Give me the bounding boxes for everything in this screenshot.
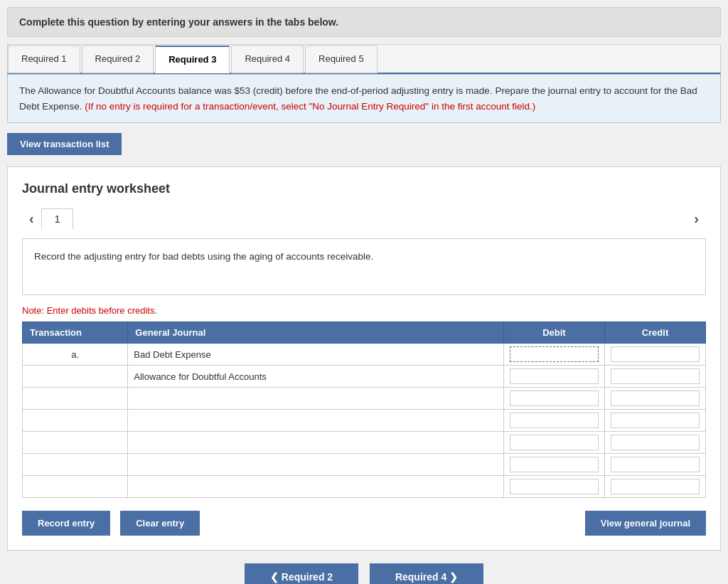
row7-debit-input[interactable] [510, 479, 599, 494]
table-row [23, 432, 706, 454]
row3-debit-input[interactable] [510, 391, 599, 406]
row5-journal-input[interactable] [134, 437, 498, 448]
right-btn-group: View general journal [585, 511, 706, 536]
row4-journal-input[interactable] [134, 415, 498, 426]
row4-journal[interactable] [128, 410, 504, 432]
row3-credit-input[interactable] [611, 391, 700, 406]
row2-credit-input[interactable] [611, 368, 700, 384]
row4-credit-cell[interactable] [604, 410, 705, 432]
row1-transaction: a. [23, 344, 128, 366]
journal-table: Transaction General Journal Debit Credit… [22, 322, 706, 498]
row3-transaction [23, 388, 128, 410]
row6-credit-cell[interactable] [604, 454, 705, 476]
table-row [23, 388, 706, 410]
next-page-arrow[interactable]: › [687, 208, 706, 230]
row2-debit-input[interactable] [510, 368, 599, 384]
row6-transaction [23, 454, 128, 476]
row5-transaction [23, 432, 128, 454]
tab-nav: ‹ 1 › [22, 208, 706, 230]
tabs-row: Required 1 Required 2 Required 3 Require… [7, 44, 721, 74]
next-required-button[interactable]: Required 4 ❯ [370, 563, 483, 584]
row6-journal[interactable] [128, 454, 504, 476]
table-row [23, 476, 706, 498]
current-page-tab: 1 [41, 208, 74, 229]
row4-transaction [23, 410, 128, 432]
tab-required3[interactable]: Required 3 [155, 46, 230, 73]
col-header-transaction: Transaction [23, 322, 128, 344]
tab-required2[interactable]: Required 2 [82, 46, 154, 73]
note-text: Note: Enter debits before credits. [22, 305, 706, 316]
row6-debit-cell[interactable] [503, 454, 604, 476]
row4-debit-input[interactable] [510, 413, 599, 428]
row7-journal-input[interactable] [134, 482, 498, 492]
row2-debit-cell[interactable] [503, 366, 604, 388]
table-row [23, 410, 706, 432]
row1-credit-input[interactable] [611, 346, 700, 362]
row5-debit-input[interactable] [510, 435, 599, 450]
col-header-debit: Debit [503, 322, 604, 344]
tab-required4[interactable]: Required 4 [231, 46, 304, 73]
row3-journal-input[interactable] [134, 393, 498, 404]
col-header-journal: General Journal [128, 322, 504, 344]
row7-transaction [23, 476, 128, 498]
row1-debit-input[interactable] [510, 346, 599, 362]
row1-credit-cell[interactable] [604, 344, 705, 366]
row6-credit-input[interactable] [611, 457, 700, 472]
row7-credit-input[interactable] [611, 479, 700, 494]
action-buttons: Record entry Clear entry View general jo… [22, 511, 706, 536]
row3-credit-cell[interactable] [604, 388, 705, 410]
prev-page-arrow[interactable]: ‹ [22, 208, 41, 230]
row7-credit-cell[interactable] [604, 476, 705, 498]
clear-entry-button[interactable]: Clear entry [120, 511, 200, 536]
description-box: The Allowance for Doubtful Accounts bala… [7, 74, 721, 123]
row2-transaction [23, 366, 128, 388]
row5-journal[interactable] [128, 432, 504, 454]
bottom-nav: ❮ Required 2 Required 4 ❯ [7, 563, 721, 584]
row6-journal-input[interactable] [134, 460, 498, 470]
row7-journal[interactable] [128, 476, 504, 498]
view-general-journal-button[interactable]: View general journal [585, 511, 706, 536]
row5-debit-cell[interactable] [503, 432, 604, 454]
row2-credit-cell[interactable] [604, 366, 705, 388]
row3-journal[interactable] [128, 388, 504, 410]
record-entry-button[interactable]: Record entry [22, 511, 110, 536]
table-row: Allowance for Doubtful Accounts [23, 366, 706, 388]
instruction-bar: Complete this question by entering your … [7, 7, 721, 37]
row4-credit-input[interactable] [611, 413, 700, 428]
col-header-credit: Credit [604, 322, 705, 344]
table-row: a. Bad Debt Expense [23, 344, 706, 366]
description-red: (If no entry is required for a transacti… [85, 101, 535, 112]
row4-debit-cell[interactable] [503, 410, 604, 432]
view-transaction-button[interactable]: View transaction list [7, 133, 122, 155]
row3-debit-cell[interactable] [503, 388, 604, 410]
row6-debit-input[interactable] [510, 457, 599, 472]
prev-required-button[interactable]: ❮ Required 2 [245, 563, 358, 584]
row5-credit-input[interactable] [611, 435, 700, 450]
row1-debit-cell[interactable] [503, 344, 604, 366]
row1-journal: Bad Debt Expense [128, 344, 504, 366]
table-row [23, 454, 706, 476]
tab-required5[interactable]: Required 5 [305, 46, 378, 73]
worksheet-title: Journal entry worksheet [22, 181, 706, 196]
row7-debit-cell[interactable] [503, 476, 604, 498]
tab-required1[interactable]: Required 1 [8, 46, 80, 73]
row2-journal: Allowance for Doubtful Accounts [128, 366, 504, 388]
worksheet-container: Journal entry worksheet ‹ 1 › Record the… [7, 166, 721, 551]
row5-credit-cell[interactable] [604, 432, 705, 454]
entry-description: Record the adjusting entry for bad debts… [22, 238, 706, 295]
